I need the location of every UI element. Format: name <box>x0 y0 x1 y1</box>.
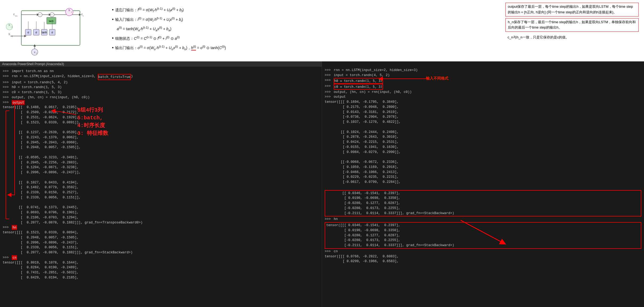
output-g3-1: [ 0.2045, -0.2256, -0.2883], <box>3 160 319 165</box>
lstm-diagram-svg: tanh σ σ tanh σ × + h <box>5 3 99 56</box>
code-import: >>> import torch.nn as nn <box>3 69 319 74</box>
r-cn-1: [ 0.0299, -0.1966, 0.6583], <box>325 259 641 264</box>
svg-text:tanh: tanh <box>49 20 54 22</box>
r-hn-1: [ 0.0190, -0.0698, 0.3350], <box>326 228 640 233</box>
svg-text:σ: σ <box>51 31 53 34</box>
r-out-t3: [-0.0736, 0.2904, 0.2978], <box>325 115 641 120</box>
formula-output: • 输出门输出：o(t) = σ(Wo·h(t-1) + Uox(t) + bo… <box>112 43 633 52</box>
r-g4-0: [[ 0.0346, -0.1541, 0.2397], <box>326 191 640 196</box>
svg-text:h: h <box>9 24 10 26</box>
cn-t0: tensor([[[ 0.8019, 0.1078, 0.1644], <box>3 260 319 265</box>
code-rnn-init: >>> rnn = nn.LSTM(input_size=2, hidden_s… <box>3 74 319 80</box>
left-terminal[interactable]: Anaconda PowerShell Prompt (Anaconda3) >… <box>0 61 322 307</box>
top-right-annotations: output保存了最后一层，每个time step的输出h，如果是双向LSTM，… <box>505 3 639 41</box>
output-g2-0: [[ 0.1237, -0.2639, 0.0539], <box>3 130 319 135</box>
r-g4-4: [-0.2111, 0.0114, 0.3337]]], grad_fn=<St… <box>326 211 640 216</box>
r-hn-2: [-0.0280, 0.1277, 0.0287], <box>326 233 640 238</box>
r-out-t1: [ 0.2175, -0.0948, 0.2800], <box>325 105 641 110</box>
output-t3: [ 0.1523, 0.0339, 0.0891]], <box>3 120 319 125</box>
size-annotation: 5组4行3列 5:batch, 4:时序长度 3: 特征维数 <box>77 106 108 137</box>
batch-first-box: batch_first=True <box>98 74 131 80</box>
r-code-input: >>> input = torch.randn(4, 5, 2) <box>325 73 641 78</box>
svg-text:×: × <box>51 13 53 16</box>
svg-text:x: x <box>34 51 35 54</box>
diagram-area: tanh σ σ tanh σ × + h <box>5 3 107 59</box>
r-code-hn-cmd: >>> hn <box>325 217 641 222</box>
output-g3-0: [[ -0.0595, -0.3233, -0.3491], <box>3 155 319 160</box>
output-g2-2: [ 0.2045, -0.2043, -0.0960], <box>3 140 319 145</box>
r-blank1 <box>325 125 641 130</box>
output-g4-3: [ 0.2339, 0.0056, 0.1151]], <box>3 195 319 200</box>
output-blank2 <box>3 150 319 155</box>
svg-text:h: h <box>9 33 10 36</box>
r-code-rnn: >>> rnn = nn.LSTM(input_size=2, hidden_s… <box>325 68 641 73</box>
hn-t3: [ 0.2339, 0.0056, 0.1151], <box>3 245 319 250</box>
svg-text:t: t <box>83 15 83 17</box>
r-c0-box: c0 = torch.randn(1, 5, 3) <box>334 84 383 90</box>
r-g3-4: [-0.0617, 0.0799, 0.2284]], <box>325 180 641 185</box>
hn-t0: tensor([[[ 0.1523, 0.0339, 0.0894], <box>3 230 319 235</box>
svg-text:c: c <box>81 13 83 16</box>
code-output-cmd: >>> output <box>3 100 319 105</box>
r-hn-highlighted: tensor([[[ 0.0346, -0.1541, 0.2397], [ 0… <box>325 222 641 249</box>
output-annotation-text: output保存了最后一层，每个time step的输出h，如果是双向LSTM，… <box>508 5 633 14</box>
r-hn-3: [-0.0280, 0.0173, 0.2255], <box>326 238 640 243</box>
output-g4-1: [ 0.1482, 0.0779, 0.3592], <box>3 185 319 190</box>
r-g3-2: [-0.0466, -0.1066, 0.2413], <box>325 170 641 175</box>
cn-annotation: c_n与h_n一致，只是它保存的是c的值。 <box>505 33 639 41</box>
hn-label: hn <box>12 225 17 230</box>
code-cn-cmd: >>> cn <box>3 255 319 260</box>
svg-text:c: c <box>13 13 15 16</box>
cn-t1: [ 0.8284, 0.0190, -0.2489], <box>3 265 319 270</box>
code-h0: >>> h0 = torch.randn(1, 5, 3) <box>3 85 319 90</box>
svg-text:t-1: t-1 <box>11 35 13 37</box>
output-g5-2: [ 0.2106, -0.0703, 0.1294], <box>3 215 319 220</box>
left-terminal-title: Anaconda PowerShell Prompt (Anaconda3) <box>0 61 322 67</box>
r-code-output-cmd: >>> output <box>325 95 641 100</box>
output-t2: [ 0.2531, -0.0624, 0.1920], <box>3 115 319 120</box>
code-hn-cmd: >>> hn <box>3 225 319 230</box>
r-g2-1: [ 0.2878, -0.2643, 0.3010], <box>325 135 641 140</box>
output-blank4 <box>3 200 319 205</box>
svg-text:t: t <box>71 11 72 13</box>
r-blank2 <box>325 155 641 160</box>
svg-text:+: + <box>39 13 41 16</box>
right-terminal[interactable]: >>> rnn = nn.LSTM(input_size=2, hidden_s… <box>322 61 644 307</box>
r-g3-3: [ 0.0229, -0.0235, 0.2231], <box>325 175 641 180</box>
r-g3-0: [[-0.0068, -0.0672, 0.2336], <box>325 160 641 165</box>
r-out-t4: [ 0.1037, -0.1270, 0.4822]], <box>325 120 641 125</box>
output-g2-3: [ 0.2048, 0.0057, -0.1505]], <box>3 145 319 150</box>
r-g2-4: [ 0.0984, -0.0279, 0.2990]], <box>325 150 641 155</box>
output-tensor-start: tensor([[[ 0.1488, 0.0617, 0.2195], <box>3 105 319 110</box>
r-hn-0: tensor([[[ 0.0346, -0.1541, 0.2397], <box>326 223 640 228</box>
r-g4-1: [ 0.0190, -0.0698, 0.3350], <box>326 196 640 201</box>
output-blank1 <box>3 125 319 130</box>
svg-text:h: h <box>69 9 70 12</box>
svg-text:t-1: t-1 <box>11 26 13 28</box>
output-g4-2: [ 0.2339, 0.0150, 0.2527], <box>3 190 319 195</box>
cn-t2: [ 0.7431, -0.2851, -0.5032], <box>3 270 319 275</box>
bottom-section: Anaconda PowerShell Prompt (Anaconda3) >… <box>0 61 644 307</box>
code-input: >>> input = torch.randn(5, 4, 2) <box>3 80 319 85</box>
hn-t2: [ 0.2096, -0.0896, -0.2437], <box>3 240 319 245</box>
r-g2-0: [[ 0.1024, -0.2444, 0.2408], <box>325 130 641 135</box>
top-section: tanh σ σ tanh σ × + h <box>0 0 644 61</box>
hn-annotation-box: h_n保存了每一层，最后一个time step的输出h，如果是双向LSTM，单独… <box>505 18 639 32</box>
r-g4-2: [-0.0280, 0.1277, 0.0287], <box>326 201 640 206</box>
output-annotation-box: output保存了最后一层，每个time step的输出h，如果是双向LSTM，… <box>505 3 639 17</box>
right-terminal-spacer <box>325 64 641 68</box>
r-out-t0: tensor([[[ 0.1694, -0.1795, 0.3849], <box>325 100 641 105</box>
r-cn-0: tensor([[[ 0.0766, -0.2822, 0.6083], <box>325 254 641 259</box>
r-blank3 <box>325 185 641 190</box>
output-g3-2: [ 0.1204, -0.0871, -0.3238], <box>3 165 319 170</box>
output-label: output <box>12 100 25 105</box>
code-c0: >>> c0 = torch.randn(1, 5, 3) <box>3 90 319 95</box>
svg-text:tanh: tanh <box>42 31 47 34</box>
output-g4-0: [[ 0.1027, 0.0433, 0.4194], <box>3 180 319 185</box>
output-g5-3: [ 0.2077, -0.0870, 0.1882]]], grad_fn=<T… <box>3 220 319 225</box>
output-g3-3: [ 0.2096, -0.0896, -0.2437]], <box>3 170 319 175</box>
r-g2-3: [-0.0155, 0.1941, 0.1630], <box>325 145 641 150</box>
hn-t4: [ 0.2077, -0.0870, 0.1882]]], grad_fn=<S… <box>3 250 319 255</box>
r-g2-2: [ 0.0424, -0.2215, 0.2531], <box>325 140 641 145</box>
output-g5-0: [[ 0.0741, 0.1373, 0.2445], <box>3 205 319 210</box>
